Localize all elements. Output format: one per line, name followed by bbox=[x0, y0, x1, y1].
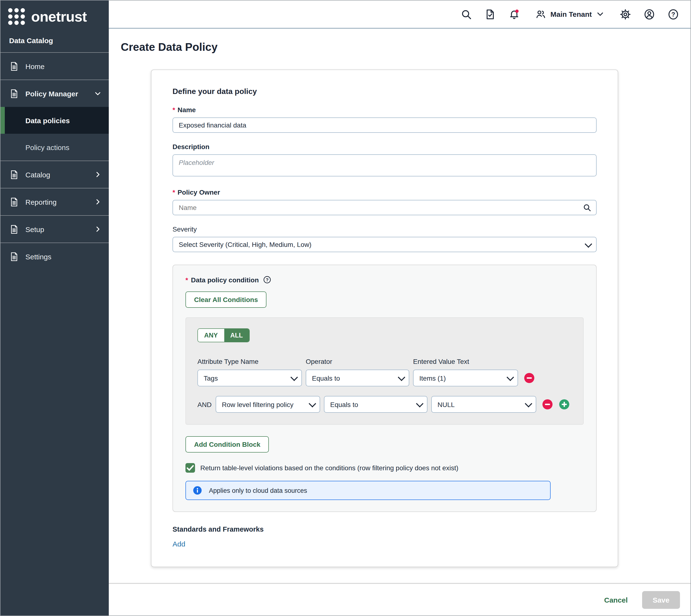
entered-value-dropdown[interactable]: NULL bbox=[431, 396, 536, 413]
info-icon bbox=[193, 486, 202, 495]
operator-dropdown[interactable]: Equals to bbox=[324, 396, 427, 413]
search-icon[interactable] bbox=[460, 8, 472, 20]
condition-panel: * Data policy condition ? Clear All Cond… bbox=[173, 265, 597, 512]
notification-dot bbox=[515, 9, 518, 13]
severity-value: Select Severity (Critical, High, Medium,… bbox=[179, 241, 311, 248]
account-icon[interactable] bbox=[644, 8, 655, 20]
cancel-button[interactable]: Cancel bbox=[604, 596, 628, 604]
standards-add-link[interactable]: Add bbox=[173, 540, 185, 548]
sidebar-item-label: Catalog bbox=[25, 171, 93, 179]
any-all-toggle: ANY ALL bbox=[197, 328, 250, 342]
svg-text:?: ? bbox=[671, 10, 675, 18]
chevron-right-icon bbox=[93, 170, 102, 179]
onetrust-logo[interactable]: onetrust bbox=[0, 0, 109, 31]
name-label: * Name bbox=[173, 106, 597, 114]
help-icon[interactable]: ? bbox=[668, 8, 679, 20]
column-value-label: Entered Value Text bbox=[413, 358, 518, 365]
table-level-checkbox[interactable] bbox=[185, 463, 195, 473]
save-button[interactable]: Save bbox=[642, 591, 680, 609]
sidebar-item-label: Policy Manager bbox=[25, 89, 93, 97]
top-bar: Main Tenant ? bbox=[109, 0, 691, 29]
chevron-down-icon bbox=[416, 400, 423, 408]
add-condition-block-button[interactable]: Add Condition Block bbox=[185, 436, 269, 453]
chevron-down-icon bbox=[507, 374, 514, 381]
required-asterisk: * bbox=[173, 189, 175, 196]
notifications-icon[interactable] bbox=[508, 8, 520, 20]
chevron-down-icon bbox=[290, 374, 298, 381]
tenant-switcher[interactable]: Main Tenant bbox=[535, 8, 604, 20]
sidebar-item-policy-manager[interactable]: Policy Manager bbox=[0, 80, 109, 107]
document-icon bbox=[9, 88, 19, 98]
add-condition-button[interactable] bbox=[559, 399, 570, 410]
toggle-any[interactable]: ANY bbox=[198, 329, 224, 342]
sidebar-item-catalog[interactable]: Catalog bbox=[0, 161, 109, 188]
sidebar-item-data-policies[interactable]: Data policies bbox=[0, 107, 109, 134]
info-banner-text: Applies only to cloud data sources bbox=[209, 487, 307, 494]
chevron-down-icon bbox=[585, 240, 592, 248]
chevron-down-icon bbox=[398, 374, 405, 381]
sidebar-item-policy-actions[interactable]: Policy actions bbox=[0, 134, 109, 160]
sidebar-item-setup[interactable]: Setup bbox=[0, 216, 109, 243]
table-level-checkbox-row: Return table-level violations based on t… bbox=[185, 463, 584, 473]
page-content: Create Data Policy Define your data poli… bbox=[109, 29, 691, 583]
condition-row: Tags Equals to Items (1) bbox=[197, 370, 572, 387]
sidebar-item-home[interactable]: Home bbox=[0, 53, 109, 80]
sidebar-item-label: Settings bbox=[25, 252, 102, 261]
info-banner: Applies only to cloud data sources bbox=[185, 481, 551, 500]
condition-block: ANY ALL Attribute Type Name Operator Ent… bbox=[185, 317, 584, 425]
sidebar: onetrust Data Catalog Home Policy Manage… bbox=[0, 0, 109, 616]
entered-value-dropdown[interactable]: Items (1) bbox=[413, 370, 518, 387]
policy-form-card: Define your data policy * Name Descripti… bbox=[151, 69, 618, 567]
condition-row: AND Row level filtering policy Equals to… bbox=[197, 396, 572, 413]
remove-condition-button[interactable] bbox=[524, 372, 535, 383]
attribute-type-dropdown[interactable]: Row level filtering policy bbox=[216, 396, 320, 413]
document-icon bbox=[9, 170, 19, 179]
help-icon[interactable]: ? bbox=[263, 276, 271, 284]
chevron-down-icon bbox=[309, 400, 316, 408]
chevron-right-icon bbox=[93, 198, 102, 206]
check-icon bbox=[185, 463, 195, 473]
footer-bar: Cancel Save bbox=[109, 583, 691, 616]
toggle-all[interactable]: ALL bbox=[224, 329, 249, 342]
gear-icon[interactable] bbox=[620, 8, 631, 20]
sidebar-item-label: Policy actions bbox=[25, 143, 102, 151]
document-icon bbox=[9, 197, 19, 207]
sidebar-item-settings[interactable]: Settings bbox=[0, 243, 109, 270]
sidebar-item-label: Reporting bbox=[25, 198, 93, 206]
name-input[interactable] bbox=[173, 117, 597, 133]
clear-all-conditions-button[interactable]: Clear All Conditions bbox=[185, 291, 267, 308]
chevron-down-icon bbox=[525, 400, 532, 408]
sidebar-item-label: Setup bbox=[25, 225, 93, 233]
section-heading: Define your data policy bbox=[173, 87, 597, 96]
main-area: Main Tenant ? Create Data Policy Define … bbox=[109, 0, 691, 616]
search-icon[interactable] bbox=[583, 203, 591, 212]
standards-heading: Standards and Frameworks bbox=[173, 525, 597, 533]
document-icon bbox=[9, 61, 19, 71]
description-input[interactable] bbox=[173, 154, 597, 176]
tenant-name: Main Tenant bbox=[550, 10, 592, 18]
dropdown-value: NULL bbox=[438, 400, 455, 408]
chevron-down-icon bbox=[596, 10, 604, 18]
severity-select[interactable]: Select Severity (Critical, High, Medium,… bbox=[173, 237, 597, 252]
operator-dropdown[interactable]: Equals to bbox=[306, 370, 409, 387]
sidebar-item-label: Data policies bbox=[25, 116, 102, 125]
conjunction-label: AND bbox=[197, 400, 212, 408]
chevron-down-icon bbox=[93, 89, 102, 98]
policy-owner-input[interactable] bbox=[173, 200, 597, 215]
sidebar-item-reporting[interactable]: Reporting bbox=[0, 189, 109, 215]
severity-label: Severity bbox=[173, 225, 597, 233]
logo-wordmark: onetrust bbox=[31, 9, 87, 24]
document-icon bbox=[9, 224, 19, 234]
dropdown-value: Items (1) bbox=[419, 374, 446, 382]
severity-field-group: Severity Select Severity (Critical, High… bbox=[173, 225, 597, 252]
column-operator-label: Operator bbox=[306, 358, 409, 365]
document-icon bbox=[9, 251, 19, 262]
dropdown-value: Tags bbox=[204, 374, 218, 382]
tasks-icon[interactable] bbox=[484, 8, 496, 20]
description-field-group: Description bbox=[173, 143, 597, 178]
logo-dots-icon bbox=[8, 8, 25, 25]
sidebar-item-label: Home bbox=[25, 62, 102, 70]
remove-condition-button[interactable] bbox=[542, 399, 553, 410]
attribute-type-dropdown[interactable]: Tags bbox=[197, 370, 302, 387]
column-attribute-label: Attribute Type Name bbox=[197, 358, 302, 365]
